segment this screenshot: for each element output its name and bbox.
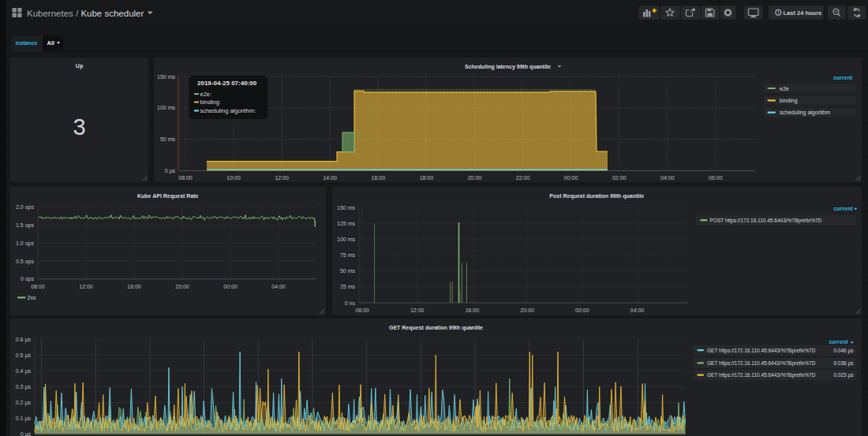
svg-text:binding: binding [780,98,798,104]
svg-text:0 µs: 0 µs [165,168,176,174]
svg-text:0 ops: 0 ops [21,276,35,282]
svg-text:04:00: 04:00 [271,284,286,289]
svg-text:22:00: 22:00 [516,175,530,181]
svg-text:04:00: 04:00 [630,307,645,313]
svg-text:2.0 ops: 2.0 ops [16,204,34,211]
svg-text:20:00: 20:00 [468,175,482,181]
svg-text:current: current [833,206,853,211]
svg-text:12:00: 12:00 [79,284,93,289]
svg-text:06:00: 06:00 [709,175,723,181]
svg-text:0.6 µs: 0.6 µs [16,337,32,343]
svg-text:0.3 µs: 0.3 µs [16,384,32,390]
svg-text:150 ms: 150 ms [337,205,355,211]
svg-text:0.2 µs: 0.2 µs [16,400,32,406]
svg-text:1.5 ops: 1.5 ops [16,222,34,229]
svg-text:50 ms: 50 ms [340,268,356,274]
svg-text:100 ms: 100 ms [337,237,355,242]
svg-text:POST https://172.16.110.45:644: POST https://172.16.110.45:6443/%7Bprefi… [710,218,822,224]
svg-text:00:00: 00:00 [575,307,589,313]
svg-text:Last 24 hours: Last 24 hours [784,9,822,17]
svg-text:16:00: 16:00 [372,175,386,181]
svg-text:0.036 µs: 0.036 µs [833,360,854,367]
svg-text:08:00: 08:00 [178,175,193,181]
svg-text:3: 3 [73,114,85,140]
svg-text:scheduling algorithm: scheduling algorithm [780,110,830,116]
svg-text:10:00: 10:00 [226,175,241,181]
svg-text:1.0 ops: 1.0 ops [16,240,34,247]
svg-text:150 ms: 150 ms [157,74,175,80]
svg-text:scheduling algorithm:: scheduling algorithm: [200,107,256,114]
svg-text:0.046 µs: 0.046 µs [833,348,854,354]
svg-text:current: current [829,339,848,345]
svg-text:GET https://172.16.110.45:6443: GET https://172.16.110.45:6443/%7Bprefix… [707,348,816,354]
svg-text:08:00: 08:00 [31,284,45,289]
svg-text:0.5 ops: 0.5 ops [16,259,34,265]
svg-text:GET https://172.16.110.45:6443: GET https://172.16.110.45:6443/%7Bprefix… [707,360,816,367]
svg-text:Kubernetes / Kube scheduler: Kubernetes / Kube scheduler [27,9,144,18]
svg-text:00:00: 00:00 [223,284,238,289]
svg-text:50 ms: 50 ms [160,136,176,142]
svg-text:04:00: 04:00 [660,175,675,181]
svg-text:0.023 µs: 0.023 µs [833,372,854,378]
svg-text:100 ms: 100 ms [157,105,175,110]
svg-text:2019-04-25 07:40:00: 2019-04-25 07:40:00 [197,80,257,87]
svg-text:Up: Up [76,63,83,69]
svg-text:0.1 µs: 0.1 µs [16,416,32,422]
svg-text:Kube API Request Rate: Kube API Request Rate [137,193,199,199]
svg-text:binding:: binding: [200,99,221,106]
svg-text:16:00: 16:00 [127,284,141,289]
svg-text:12:00: 12:00 [275,175,289,181]
svg-text:GET Request duration 99th quan: GET Request duration 99th quantile [389,325,483,331]
svg-text:14:00: 14:00 [323,175,337,181]
svg-text:Post Request duration 99th qua: Post Request duration 99th quantile [549,193,644,199]
svg-text:08:00: 08:00 [355,307,369,313]
svg-text:current: current [833,75,853,80]
svg-text:0.4 µs: 0.4 µs [16,368,32,375]
svg-text:0 ns: 0 ns [345,300,356,306]
svg-text:Scheduling latency 99th quanti: Scheduling latency 99th quantile [465,64,551,70]
svg-text:00:00: 00:00 [564,175,578,181]
svg-text:125 ms: 125 ms [337,221,355,226]
svg-text:18:00: 18:00 [420,175,434,181]
svg-text:20:00: 20:00 [175,284,189,289]
svg-text:GET https://172.16.110.45:6443: GET https://172.16.110.45:6443/%7Bprefix… [707,372,816,378]
svg-text:2xx: 2xx [28,295,36,300]
svg-text:75 ms: 75 ms [340,252,356,258]
svg-text:16:00: 16:00 [466,307,480,313]
svg-text:12:00: 12:00 [410,307,425,313]
svg-text:20:00: 20:00 [520,307,534,313]
svg-text:0 µs: 0 µs [21,431,32,436]
svg-text:e2e: e2e [780,86,789,91]
svg-text:e2e:: e2e: [200,91,212,98]
svg-text:25 ms: 25 ms [340,284,356,289]
svg-text:0.5 µs: 0.5 µs [16,352,32,359]
svg-text:02:00: 02:00 [612,175,627,181]
